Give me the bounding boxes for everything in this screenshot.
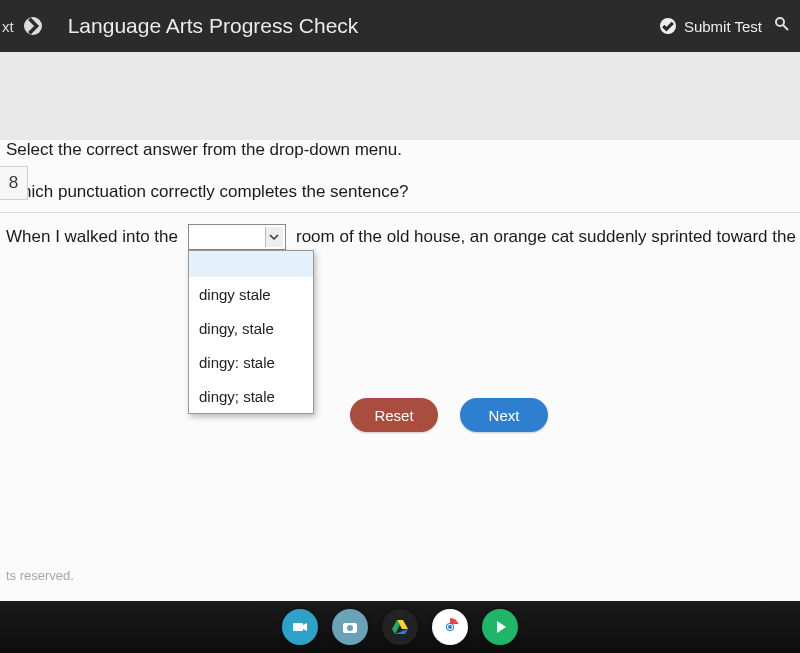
dropdown-list: dingy stale dingy, stale dingy: stale di… — [188, 250, 314, 414]
magnifier-icon[interactable] — [774, 16, 790, 36]
sentence-after: room of the old house, an orange cat sud… — [296, 227, 800, 247]
svg-line-1 — [783, 25, 788, 30]
sentence-before: When I walked into the — [6, 227, 178, 247]
instruction-text: Select the correct answer from the drop-… — [6, 140, 800, 160]
page-title: Language Arts Progress Check — [68, 14, 359, 38]
chevron-down-icon — [265, 227, 283, 247]
check-icon — [660, 18, 676, 34]
camera-app-icon[interactable] — [332, 609, 368, 645]
dropdown-option[interactable]: dingy; stale — [189, 379, 313, 413]
next-button[interactable]: Next — [460, 398, 548, 432]
question-number: 8 — [0, 166, 28, 200]
svg-point-8 — [448, 625, 452, 629]
dropdown-option-blank[interactable] — [189, 251, 313, 277]
prev-text-fragment: xt — [2, 18, 14, 35]
svg-point-0 — [776, 18, 784, 26]
submit-test-label: Submit Test — [684, 18, 762, 35]
drive-app-icon[interactable] — [382, 609, 418, 645]
footer-text: ts reserved. — [0, 560, 800, 591]
action-buttons: Reset Next — [350, 398, 548, 432]
reset-button[interactable]: Reset — [350, 398, 438, 432]
prompt-text: Which punctuation correctly completes th… — [6, 182, 800, 202]
sentence-row: When I walked into the dingy stale dingy… — [6, 224, 800, 250]
chrome-app-icon[interactable] — [432, 609, 468, 645]
video-app-icon[interactable] — [282, 609, 318, 645]
play-app-icon[interactable] — [482, 609, 518, 645]
taskbar — [0, 601, 800, 653]
top-bar: xt Language Arts Progress Check Submit T… — [0, 0, 800, 52]
svg-rect-2 — [293, 623, 303, 631]
dropdown-box[interactable] — [188, 224, 286, 250]
dropdown-option[interactable]: dingy: stale — [189, 345, 313, 379]
submit-test-button[interactable]: Submit Test — [660, 18, 762, 35]
arrow-right-icon[interactable] — [24, 17, 42, 35]
dropdown-option[interactable]: dingy stale — [189, 277, 313, 311]
answer-dropdown[interactable]: dingy stale dingy, stale dingy: stale di… — [188, 224, 286, 250]
dropdown-option[interactable]: dingy, stale — [189, 311, 313, 345]
divider — [0, 212, 800, 213]
svg-point-4 — [347, 625, 353, 631]
question-panel: 8 Select the correct answer from the dro… — [0, 140, 800, 630]
